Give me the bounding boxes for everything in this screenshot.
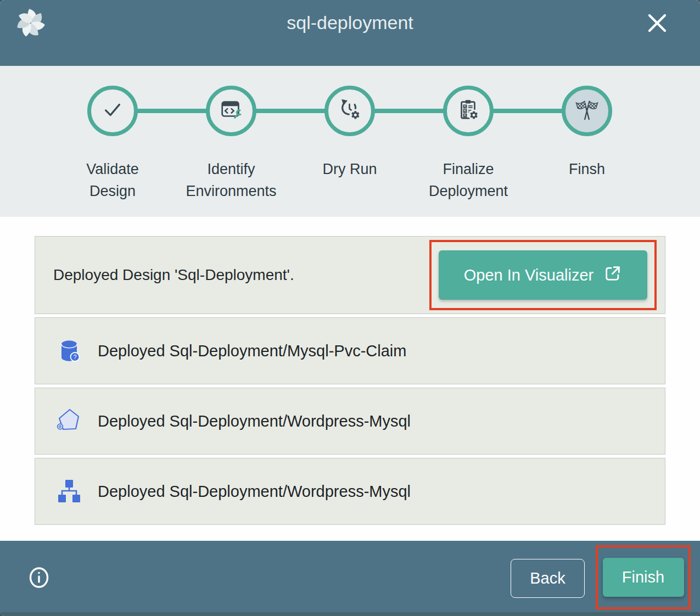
deployment-text: Deployed Sql-Deployment/Mysql-Pvc-Claim	[98, 342, 406, 360]
step-label: Finsh	[569, 158, 605, 180]
step-label: Identify Environments	[186, 158, 276, 202]
close-icon	[645, 29, 670, 37]
deployment-row: Deployed Sql-Deployment/Wordpress-Mysql	[35, 388, 665, 455]
step-validate-design: Validate Design	[53, 86, 172, 202]
external-link-icon	[603, 264, 622, 287]
open-in-visualizer-label: Open In Visualizer	[464, 266, 593, 284]
open-in-visualizer-button[interactable]: Open In Visualizer	[439, 250, 647, 300]
finish-button[interactable]: Finish	[603, 558, 684, 597]
back-button[interactable]: Back	[511, 559, 585, 598]
stepper: Validate Design	[0, 66, 700, 217]
open-in-visualizer-highlight: Open In Visualizer	[429, 240, 657, 310]
result-row: Deployed Design 'Sql-Deployment'. Open I…	[35, 236, 665, 314]
checklist-gear-icon	[456, 97, 481, 125]
deployment-wizard-modal: sql-deployment	[0, 0, 700, 616]
step-dry-run: Dry Run	[290, 86, 409, 202]
info-icon	[26, 584, 52, 592]
info-button[interactable]	[26, 565, 52, 590]
step-identify-environments: Identify Environments	[172, 86, 290, 202]
svg-text:?: ?	[73, 354, 76, 360]
rerun-gear-icon	[337, 97, 362, 125]
database-icon: ?	[55, 337, 83, 365]
step-label: Validate Design	[86, 158, 139, 202]
deployment-row: ? Deployed Sql-Deployment/Mysql-Pvc-Clai…	[35, 317, 665, 384]
check-icon	[100, 97, 125, 125]
close-button[interactable]	[644, 10, 670, 37]
deployed-design-message: Deployed Design 'Sql-Deployment'.	[53, 266, 294, 284]
modal-header: sql-deployment	[0, 0, 700, 66]
modal-footer: Back Finish	[0, 541, 700, 616]
code-wrench-icon	[219, 97, 244, 125]
deployment-row: Deployed Sql-Deployment/Wordpress-Mysql	[35, 458, 665, 525]
step-finish: Finsh	[528, 86, 646, 202]
step-label: Finalize Deployment	[429, 158, 508, 202]
modal-title: sql-deployment	[0, 12, 700, 33]
pentagon-icon	[55, 407, 83, 435]
deployment-text: Deployed Sql-Deployment/Wordpress-Mysql	[98, 412, 411, 430]
hierarchy-icon	[55, 477, 83, 506]
deployment-results: Deployed Design 'Sql-Deployment'. Open I…	[0, 217, 700, 541]
finish-flags-icon	[574, 97, 600, 125]
step-finalize-deployment: Finalize Deployment	[409, 86, 528, 202]
step-label: Dry Run	[322, 158, 377, 180]
deployment-text: Deployed Sql-Deployment/Wordpress-Mysql	[98, 483, 411, 501]
finish-highlight: Finish	[596, 545, 691, 609]
